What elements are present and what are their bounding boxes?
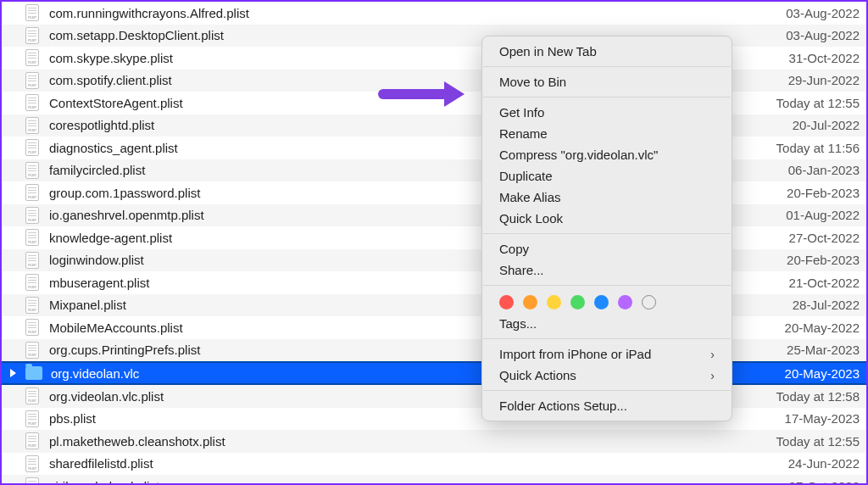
plist-file-icon <box>25 252 41 269</box>
file-name: siriknowledged.plist <box>49 479 789 485</box>
menu-share[interactable]: Share... <box>482 259 732 281</box>
plist-file-icon <box>25 49 41 66</box>
menu-open-new-tab[interactable]: Open in New Tab <box>482 41 732 62</box>
plist-file-icon <box>25 274 41 291</box>
file-date: 20-May-2023 <box>785 366 860 381</box>
plist-file-icon <box>25 455 41 472</box>
menu-quick-look[interactable]: Quick Look <box>482 208 732 229</box>
file-row[interactable]: com.runningwithcrayons.Alfred.plist03-Au… <box>2 2 866 25</box>
plist-file-icon <box>25 27 41 44</box>
file-date: 24-Jun-2022 <box>788 456 860 471</box>
file-date: 27-Oct-2022 <box>789 479 860 485</box>
menu-make-alias[interactable]: Make Alias <box>482 187 732 208</box>
menu-quick-actions[interactable]: Quick Actions› <box>482 365 732 386</box>
plist-file-icon <box>25 72 41 89</box>
plist-file-icon <box>25 432 41 449</box>
menu-folder-actions[interactable]: Folder Actions Setup... <box>482 395 732 416</box>
plist-file-icon <box>25 139 41 156</box>
file-row[interactable]: siriknowledged.plist27-Oct-2022 <box>2 475 866 485</box>
tag-color-dot[interactable] <box>523 295 537 309</box>
file-row[interactable]: pl.maketheweb.cleanshotx.plistToday at 1… <box>2 430 866 453</box>
file-date: Today at 11:56 <box>776 141 860 155</box>
file-row[interactable]: group.com.1password.plist20-Feb-2023 <box>2 181 866 204</box>
folder-icon <box>25 366 42 380</box>
file-date: Today at 12:58 <box>776 389 860 404</box>
file-row[interactable]: knowledge-agent.plist27-Oct-2022 <box>2 226 866 249</box>
file-date: 06-Jan-2023 <box>788 163 860 177</box>
file-date: 21-Oct-2022 <box>789 276 860 290</box>
menu-separator <box>483 338 731 339</box>
file-date: 28-Jul-2022 <box>793 298 860 312</box>
file-date: 20-May-2022 <box>785 321 860 335</box>
context-menu: Open in New Tab Move to Bin Get Info Ren… <box>481 36 732 421</box>
plist-file-icon <box>25 184 41 201</box>
file-date: 31-Oct-2022 <box>789 51 860 65</box>
menu-compress[interactable]: Compress "org.videolan.vlc" <box>482 144 732 165</box>
menu-import[interactable]: Import from iPhone or iPad› <box>482 343 732 365</box>
file-date: 03-Aug-2022 <box>786 28 860 42</box>
menu-separator <box>483 285 731 286</box>
plist-file-icon <box>25 229 41 246</box>
tag-color-none[interactable] <box>642 295 656 309</box>
file-row[interactable]: com.setapp.DesktopClient.plist03-Aug-202… <box>2 25 866 47</box>
file-row[interactable]: Mixpanel.plist28-Jul-2022 <box>2 294 866 317</box>
file-list[interactable]: com.runningwithcrayons.Alfred.plist03-Au… <box>2 2 866 485</box>
menu-tags[interactable]: Tags... <box>482 313 732 334</box>
menu-copy[interactable]: Copy <box>482 238 732 259</box>
plist-file-icon <box>25 477 41 485</box>
file-row[interactable]: mbuseragent.plist21-Oct-2022 <box>2 271 866 294</box>
file-row[interactable]: familycircled.plist06-Jan-2023 <box>2 159 866 182</box>
file-row[interactable]: com.skype.skype.plist31-Oct-2022 <box>2 47 866 70</box>
tag-color-dot[interactable] <box>570 295 585 309</box>
file-row[interactable]: org.cups.PrintingPrefs.plist25-Mar-2023 <box>2 339 866 362</box>
file-date: Today at 12:55 <box>776 434 860 449</box>
file-name: sharedfilelistd.plist <box>49 456 788 471</box>
menu-rename[interactable]: Rename <box>482 123 732 144</box>
file-date: 25-Mar-2023 <box>787 343 860 357</box>
file-row[interactable]: corespotlightd.plist20-Jul-2022 <box>2 114 866 137</box>
plist-file-icon <box>25 410 41 427</box>
plist-file-icon <box>25 4 41 21</box>
menu-move-to-bin[interactable]: Move to Bin <box>482 71 732 92</box>
menu-get-info[interactable]: Get Info <box>482 102 732 123</box>
plist-file-icon <box>25 342 41 359</box>
menu-separator <box>483 233 731 234</box>
menu-separator <box>483 390 731 391</box>
file-date: 20-Jul-2022 <box>793 118 860 132</box>
file-row[interactable]: diagnostics_agent.plistToday at 11:56 <box>2 137 866 159</box>
tag-color-dot[interactable] <box>618 295 632 309</box>
file-name: pl.maketheweb.cleanshotx.plist <box>49 434 776 449</box>
plist-file-icon <box>25 94 41 111</box>
tag-colors-row <box>482 290 732 313</box>
file-row[interactable]: org.videolan.vlc20-May-2023 <box>2 361 866 385</box>
file-row[interactable]: loginwindow.plist20-Feb-2023 <box>2 249 866 272</box>
file-date: 29-Jun-2022 <box>788 73 860 87</box>
disclosure-triangle-icon[interactable] <box>10 369 16 377</box>
file-row[interactable]: io.ganeshrvel.openmtp.plist01-Aug-2022 <box>2 204 866 227</box>
plist-file-icon <box>25 319 41 336</box>
plist-file-icon <box>25 162 41 179</box>
plist-file-icon <box>25 387 41 404</box>
file-row[interactable]: pbs.plist17-May-2023 <box>2 408 866 431</box>
file-row[interactable]: org.videolan.vlc.plistToday at 12:58 <box>2 385 866 408</box>
file-date: Today at 12:55 <box>776 96 860 110</box>
plist-file-icon <box>25 207 41 224</box>
file-date: 20-Feb-2023 <box>787 253 860 267</box>
file-date: 03-Aug-2022 <box>786 6 860 20</box>
menu-separator <box>483 97 731 98</box>
file-row[interactable]: sharedfilelistd.plist24-Jun-2022 <box>2 453 866 476</box>
plist-file-icon <box>25 297 41 314</box>
menu-duplicate[interactable]: Duplicate <box>482 165 732 187</box>
file-date: 20-Feb-2023 <box>787 186 860 200</box>
plist-file-icon <box>25 117 41 134</box>
tag-color-dot[interactable] <box>547 295 561 309</box>
file-date: 01-Aug-2022 <box>786 208 860 222</box>
tag-color-dot[interactable] <box>499 295 514 309</box>
file-row[interactable]: MobileMeAccounts.plist20-May-2022 <box>2 316 866 339</box>
chevron-right-icon: › <box>710 369 715 382</box>
tag-color-dot[interactable] <box>594 295 609 309</box>
menu-separator <box>483 66 731 67</box>
chevron-right-icon: › <box>710 348 715 361</box>
file-date: 27-Oct-2022 <box>789 231 860 245</box>
file-name: com.runningwithcrayons.Alfred.plist <box>49 6 786 20</box>
